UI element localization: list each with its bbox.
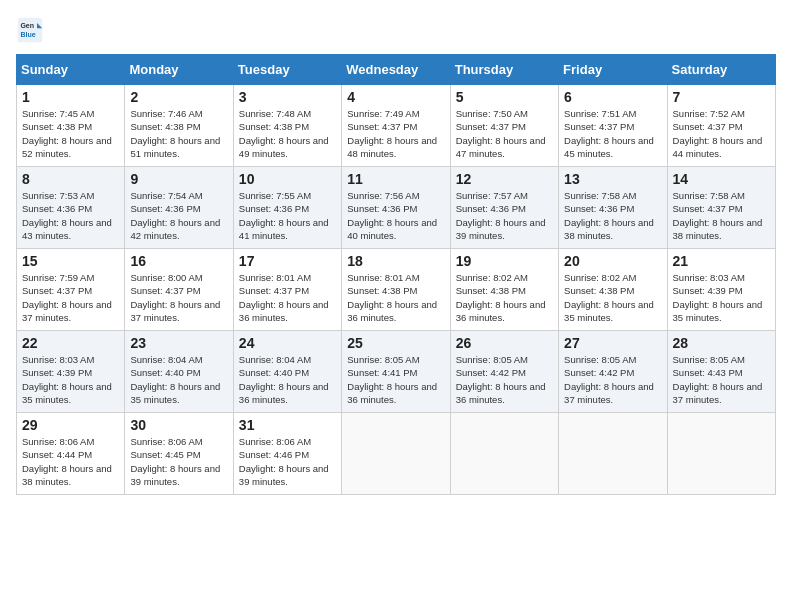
calendar-cell: 25 Sunrise: 8:05 AM Sunset: 4:41 PM Dayl… [342,331,450,413]
sunrise-label: Sunrise: 8:06 AM [130,436,202,447]
day-number: 4 [347,89,444,105]
day-number: 23 [130,335,227,351]
sunset-label: Sunset: 4:36 PM [239,203,309,214]
daylight-label: Daylight: 8 hours and 51 minutes. [130,135,220,159]
calendar-cell: 8 Sunrise: 7:53 AM Sunset: 4:36 PM Dayli… [17,167,125,249]
calendar-cell: 24 Sunrise: 8:04 AM Sunset: 4:40 PM Dayl… [233,331,341,413]
sunrise-label: Sunrise: 8:04 AM [239,354,311,365]
calendar-cell: 5 Sunrise: 7:50 AM Sunset: 4:37 PM Dayli… [450,85,558,167]
cell-content: Sunrise: 7:46 AM Sunset: 4:38 PM Dayligh… [130,107,227,160]
sunset-label: Sunset: 4:45 PM [130,449,200,460]
calendar-cell: 27 Sunrise: 8:05 AM Sunset: 4:42 PM Dayl… [559,331,667,413]
calendar-cell [450,413,558,495]
calendar-cell: 29 Sunrise: 8:06 AM Sunset: 4:44 PM Dayl… [17,413,125,495]
sunrise-label: Sunrise: 7:45 AM [22,108,94,119]
sunrise-label: Sunrise: 8:00 AM [130,272,202,283]
sunrise-label: Sunrise: 8:02 AM [564,272,636,283]
sunset-label: Sunset: 4:41 PM [347,367,417,378]
sunrise-label: Sunrise: 7:46 AM [130,108,202,119]
sunset-label: Sunset: 4:37 PM [456,121,526,132]
day-number: 10 [239,171,336,187]
daylight-label: Daylight: 8 hours and 45 minutes. [564,135,654,159]
cell-content: Sunrise: 8:01 AM Sunset: 4:38 PM Dayligh… [347,271,444,324]
daylight-label: Daylight: 8 hours and 52 minutes. [22,135,112,159]
daylight-label: Daylight: 8 hours and 36 minutes. [239,381,329,405]
calendar-cell: 14 Sunrise: 7:58 AM Sunset: 4:37 PM Dayl… [667,167,775,249]
day-number: 21 [673,253,770,269]
cell-content: Sunrise: 7:59 AM Sunset: 4:37 PM Dayligh… [22,271,119,324]
calendar-cell [342,413,450,495]
sunset-label: Sunset: 4:42 PM [564,367,634,378]
sunrise-label: Sunrise: 8:01 AM [347,272,419,283]
sunset-label: Sunset: 4:40 PM [239,367,309,378]
cell-content: Sunrise: 7:45 AM Sunset: 4:38 PM Dayligh… [22,107,119,160]
day-number: 25 [347,335,444,351]
calendar-table: SundayMondayTuesdayWednesdayThursdayFrid… [16,54,776,495]
day-number: 3 [239,89,336,105]
calendar-cell: 23 Sunrise: 8:04 AM Sunset: 4:40 PM Dayl… [125,331,233,413]
day-header-tuesday: Tuesday [233,55,341,85]
cell-content: Sunrise: 8:03 AM Sunset: 4:39 PM Dayligh… [673,271,770,324]
calendar-cell: 28 Sunrise: 8:05 AM Sunset: 4:43 PM Dayl… [667,331,775,413]
daylight-label: Daylight: 8 hours and 39 minutes. [130,463,220,487]
daylight-label: Daylight: 8 hours and 36 minutes. [239,299,329,323]
sunrise-label: Sunrise: 7:52 AM [673,108,745,119]
calendar-cell: 17 Sunrise: 8:01 AM Sunset: 4:37 PM Dayl… [233,249,341,331]
calendar-cell: 1 Sunrise: 7:45 AM Sunset: 4:38 PM Dayli… [17,85,125,167]
day-number: 17 [239,253,336,269]
cell-content: Sunrise: 8:05 AM Sunset: 4:42 PM Dayligh… [564,353,661,406]
day-number: 15 [22,253,119,269]
calendar-cell: 19 Sunrise: 8:02 AM Sunset: 4:38 PM Dayl… [450,249,558,331]
daylight-label: Daylight: 8 hours and 35 minutes. [564,299,654,323]
cell-content: Sunrise: 7:54 AM Sunset: 4:36 PM Dayligh… [130,189,227,242]
cell-content: Sunrise: 7:52 AM Sunset: 4:37 PM Dayligh… [673,107,770,160]
day-number: 5 [456,89,553,105]
sunset-label: Sunset: 4:36 PM [564,203,634,214]
sunset-label: Sunset: 4:37 PM [347,121,417,132]
cell-content: Sunrise: 7:53 AM Sunset: 4:36 PM Dayligh… [22,189,119,242]
day-number: 8 [22,171,119,187]
day-number: 19 [456,253,553,269]
sunset-label: Sunset: 4:44 PM [22,449,92,460]
day-header-thursday: Thursday [450,55,558,85]
day-header-friday: Friday [559,55,667,85]
cell-content: Sunrise: 8:00 AM Sunset: 4:37 PM Dayligh… [130,271,227,324]
sunset-label: Sunset: 4:43 PM [673,367,743,378]
sunrise-label: Sunrise: 8:01 AM [239,272,311,283]
sunset-label: Sunset: 4:38 PM [22,121,92,132]
cell-content: Sunrise: 7:56 AM Sunset: 4:36 PM Dayligh… [347,189,444,242]
daylight-label: Daylight: 8 hours and 35 minutes. [130,381,220,405]
cell-content: Sunrise: 7:51 AM Sunset: 4:37 PM Dayligh… [564,107,661,160]
calendar-cell: 13 Sunrise: 7:58 AM Sunset: 4:36 PM Dayl… [559,167,667,249]
day-number: 13 [564,171,661,187]
calendar-cell: 9 Sunrise: 7:54 AM Sunset: 4:36 PM Dayli… [125,167,233,249]
calendar-cell: 2 Sunrise: 7:46 AM Sunset: 4:38 PM Dayli… [125,85,233,167]
sunrise-label: Sunrise: 7:58 AM [673,190,745,201]
daylight-label: Daylight: 8 hours and 49 minutes. [239,135,329,159]
sunrise-label: Sunrise: 8:05 AM [564,354,636,365]
sunset-label: Sunset: 4:36 PM [130,203,200,214]
daylight-label: Daylight: 8 hours and 36 minutes. [347,381,437,405]
day-number: 16 [130,253,227,269]
calendar-cell: 15 Sunrise: 7:59 AM Sunset: 4:37 PM Dayl… [17,249,125,331]
sunset-label: Sunset: 4:36 PM [347,203,417,214]
sunrise-label: Sunrise: 7:49 AM [347,108,419,119]
calendar-cell: 7 Sunrise: 7:52 AM Sunset: 4:37 PM Dayli… [667,85,775,167]
sunrise-label: Sunrise: 8:05 AM [347,354,419,365]
day-number: 29 [22,417,119,433]
sunset-label: Sunset: 4:37 PM [239,285,309,296]
calendar-cell: 21 Sunrise: 8:03 AM Sunset: 4:39 PM Dayl… [667,249,775,331]
sunset-label: Sunset: 4:37 PM [673,203,743,214]
daylight-label: Daylight: 8 hours and 37 minutes. [22,299,112,323]
calendar-week-row: 29 Sunrise: 8:06 AM Sunset: 4:44 PM Dayl… [17,413,776,495]
daylight-label: Daylight: 8 hours and 38 minutes. [673,217,763,241]
sunrise-label: Sunrise: 8:03 AM [673,272,745,283]
logo: Gen Blue [16,16,48,44]
cell-content: Sunrise: 8:05 AM Sunset: 4:41 PM Dayligh… [347,353,444,406]
sunrise-label: Sunrise: 7:48 AM [239,108,311,119]
day-number: 12 [456,171,553,187]
calendar-cell: 12 Sunrise: 7:57 AM Sunset: 4:36 PM Dayl… [450,167,558,249]
calendar-cell: 20 Sunrise: 8:02 AM Sunset: 4:38 PM Dayl… [559,249,667,331]
sunset-label: Sunset: 4:37 PM [130,285,200,296]
sunrise-label: Sunrise: 7:53 AM [22,190,94,201]
